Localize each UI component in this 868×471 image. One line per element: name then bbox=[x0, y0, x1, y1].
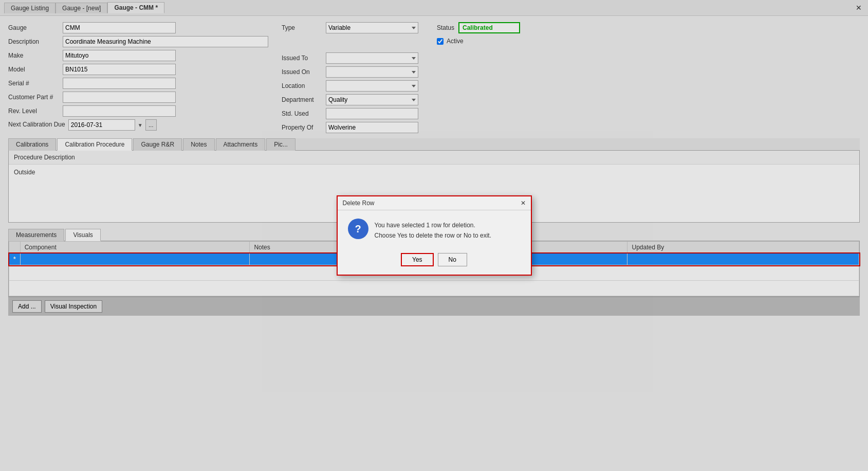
dialog-message-line2: Choose Yes to delete the row or No to ex… bbox=[375, 231, 491, 241]
dialog-buttons: Yes No bbox=[338, 249, 531, 275]
dialog-body: ? You have selected 1 row for deletion. … bbox=[338, 210, 531, 248]
dialog-no-button[interactable]: No bbox=[438, 253, 467, 266]
dialog-close-icon[interactable]: ✕ bbox=[521, 200, 526, 207]
dialog-yes-button[interactable]: Yes bbox=[401, 253, 434, 266]
dialog-message: You have selected 1 row for deletion. Ch… bbox=[375, 219, 491, 240]
main-window: Gauge Listing Gauge - [new] Gauge - CMM … bbox=[0, 0, 868, 471]
delete-row-dialog: Delete Row ✕ ? You have selected 1 row f… bbox=[337, 195, 532, 275]
dialog-title-text: Delete Row bbox=[343, 200, 375, 207]
dialog-overlay: Delete Row ✕ ? You have selected 1 row f… bbox=[0, 0, 868, 471]
dialog-title-bar: Delete Row ✕ bbox=[338, 196, 531, 210]
dialog-message-line1: You have selected 1 row for deletion. bbox=[375, 221, 491, 230]
dialog-question-icon: ? bbox=[348, 219, 368, 239]
